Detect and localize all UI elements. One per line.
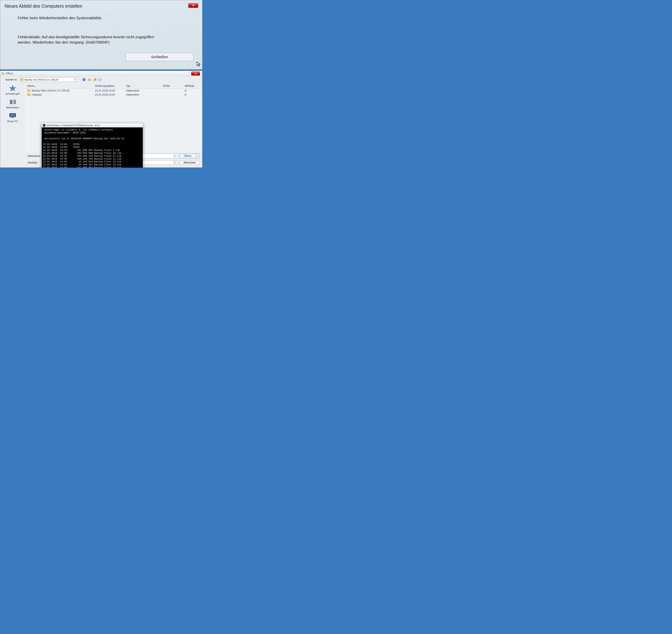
open-dialog-close-button[interactable]: ✕ — [191, 72, 200, 76]
dialog-body: Fehler beim Wiederherstellen des Systema… — [5, 15, 198, 45]
error-details: Fehlerdetails: Auf das bereitgestellte S… — [18, 34, 168, 45]
folder-icon — [27, 90, 30, 92]
new-folder-icon[interactable] — [93, 78, 97, 81]
chevron-down-icon[interactable]: ▾ — [173, 154, 176, 158]
filetype-label: Dateityp: — [28, 161, 42, 164]
cmd-titlebar[interactable]: C:\ Administrator: X:\windows\SYSTEM32\c… — [42, 123, 143, 127]
computer-icon — [9, 112, 17, 119]
place-quick-access[interactable]: Schnellzugriff — [5, 85, 20, 95]
place-libraries[interactable]: Bibliotheken — [6, 98, 19, 109]
folder-icon — [21, 78, 23, 81]
table-row[interactable]: Catalogs22.01.2018 13:53DateiordnerD — [25, 93, 202, 97]
open-button-label[interactable]: Öffnen — [180, 154, 196, 158]
svg-point-2 — [82, 78, 86, 81]
search-in-label: Suchen in: — [5, 78, 17, 81]
svg-rect-3 — [88, 79, 91, 81]
cmd-window: C:\ Administrator: X:\windows\SYSTEM32\c… — [41, 123, 143, 168]
open-dialog-title: Öffnen — [6, 72, 14, 75]
places-sidebar: Schnellzugriff Bibliotheken Dieser PC — [0, 83, 25, 167]
open-dialog-titlebar: Öffnen — [0, 71, 202, 76]
cmd-icon: C:\ — [43, 124, 45, 127]
place-label: Dieser PC — [7, 120, 18, 123]
cmd-title: Administrator: X:\windows\SYSTEM32\cmd.e… — [47, 124, 100, 127]
location-dropdown[interactable]: Backup Set 2018-01-22 135126 ▾ — [20, 77, 78, 82]
col-modified[interactable]: Änderungsdatum — [93, 83, 124, 89]
error-message: Fehler beim Wiederherstellen des Systema… — [18, 15, 198, 21]
cmd-output[interactable]: Datenträger in Laufwerk D: ist CnMemory … — [42, 127, 143, 168]
svg-rect-1 — [2, 72, 3, 73]
cancel-button[interactable]: Abbrechen — [179, 160, 200, 165]
chevron-down-icon[interactable]: ▾ — [173, 161, 176, 165]
svg-rect-11 — [10, 100, 12, 104]
view-menu-icon[interactable] — [99, 78, 102, 81]
open-dialog-icon — [2, 72, 5, 75]
star-icon — [9, 85, 17, 92]
svg-rect-12 — [12, 100, 14, 104]
svg-rect-7 — [99, 79, 100, 79]
mouse-cursor-icon — [196, 62, 201, 68]
filename-label: Dateiname: — [28, 155, 42, 158]
open-dialog-toolbar: Suchen in: Backup Set 2018-01-22 135126 … — [0, 76, 202, 83]
svg-marker-10 — [9, 85, 16, 91]
close-button[interactable]: ✕ — [188, 3, 198, 8]
folder-icon — [27, 94, 30, 96]
svg-rect-13 — [15, 100, 16, 104]
back-icon[interactable] — [82, 78, 86, 81]
location-text: Backup Set 2018-01-22 135126 — [25, 78, 74, 81]
libraries-icon — [9, 98, 17, 105]
error-dialog: Neues Abbild des Computers erstellen ✕ F… — [0, 0, 202, 70]
chevron-down-icon[interactable]: ▾ — [74, 78, 77, 81]
table-row[interactable]: Backup Files 2018-01-22 13512622.01.2018… — [25, 89, 202, 93]
dialog-title: Neues Abbild des Computers erstellen — [5, 3, 198, 9]
place-label: Schnellzugriff — [5, 92, 20, 95]
svg-rect-9 — [99, 80, 100, 80]
svg-rect-16 — [11, 117, 14, 118]
place-this-pc[interactable]: Dieser PC — [7, 112, 18, 123]
open-button[interactable]: Öffnen ▸ — [179, 154, 200, 158]
open-button-dropdown[interactable]: ▸ — [196, 154, 199, 158]
col-name[interactable]: Name — [25, 83, 93, 89]
col-attributes[interactable]: Attribute — [183, 83, 202, 89]
svg-point-5 — [95, 78, 96, 79]
column-headers[interactable]: Name Änderungsdatum Typ Größe Attribute — [25, 83, 202, 89]
svg-rect-8 — [99, 79, 100, 80]
dialog-actions: Schließen — [5, 53, 198, 61]
place-label: Bibliotheken — [6, 106, 19, 109]
col-size[interactable]: Größe — [161, 83, 183, 89]
up-one-level-icon[interactable] — [88, 78, 91, 81]
col-type[interactable]: Typ — [124, 83, 161, 89]
close-dialog-button[interactable]: Schließen — [126, 53, 193, 61]
svg-rect-15 — [10, 114, 15, 116]
